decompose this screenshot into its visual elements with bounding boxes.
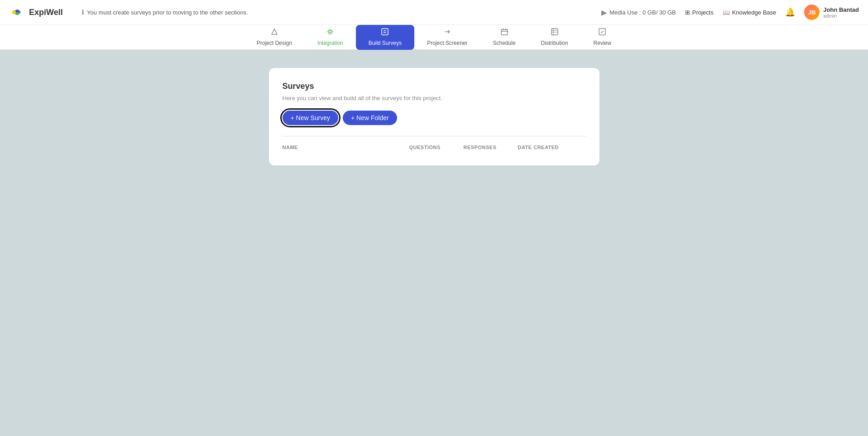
distribution-icon (550, 27, 559, 39)
svg-point-1 (12, 10, 16, 14)
info-message: You must create surveys prior to moving … (87, 9, 248, 16)
play-icon: ▶ (601, 8, 607, 17)
schedule-icon (500, 27, 509, 39)
header: ExpiWell ℹ You must create surveys prior… (0, 0, 868, 25)
media-use-label: Media Use : 0 GB/ 30 GB (609, 9, 676, 16)
tab-build-surveys[interactable]: Build Surveys (356, 25, 414, 50)
knowledge-base-label: Knowledge Base (732, 9, 777, 16)
tab-project-screener[interactable]: Project Screener (414, 25, 480, 50)
projects-link[interactable]: ⊞ Projects (685, 9, 714, 16)
header-right: ▶ Media Use : 0 GB/ 30 GB ⊞ Projects 📖 K… (601, 5, 859, 20)
tab-project-design-label: Project Design (257, 40, 292, 46)
svg-rect-10 (551, 29, 558, 35)
tab-review-label: Review (594, 40, 611, 46)
knowledge-base-link[interactable]: 📖 Knowledge Base (723, 9, 777, 16)
svg-rect-6 (501, 29, 508, 35)
surveys-card: Surveys Here you can view and build all … (269, 68, 599, 165)
card-subtitle: Here you can view and build all of the s… (283, 95, 586, 102)
tab-review[interactable]: Review (581, 25, 624, 50)
media-use: ▶ Media Use : 0 GB/ 30 GB (601, 8, 676, 17)
logo-area: ExpiWell (9, 4, 82, 20)
project-design-icon (270, 27, 279, 39)
main-content: Surveys Here you can view and build all … (0, 50, 868, 184)
info-banner: ℹ You must create surveys prior to movin… (82, 8, 601, 16)
new-folder-button[interactable]: + New Folder (343, 111, 397, 125)
user-role: admin (823, 13, 859, 19)
project-screener-icon (443, 27, 452, 39)
tab-integration-label: Integration (317, 40, 343, 46)
tab-distribution-label: Distribution (541, 40, 568, 46)
tab-project-design[interactable]: Project Design (244, 25, 305, 50)
nav-tabs: Project Design Integration Build Surveys (244, 25, 624, 50)
card-title: Surveys (283, 82, 586, 91)
svg-point-2 (329, 30, 331, 33)
user-area: JB John Bantad admin (804, 5, 859, 20)
logo-text: ExpiWell (29, 8, 63, 17)
tab-distribution[interactable]: Distribution (528, 25, 581, 50)
build-surveys-icon (380, 27, 389, 39)
svg-rect-3 (382, 29, 388, 35)
tab-schedule-label: Schedule (493, 40, 516, 46)
book-icon: 📖 (723, 9, 730, 16)
tab-build-surveys-label: Build Surveys (369, 40, 402, 46)
expiwell-logo-icon (9, 4, 25, 20)
grid-icon: ⊞ (685, 9, 690, 16)
notification-bell-icon[interactable]: 🔔 (785, 7, 795, 17)
col-responses: RESPONSES (464, 143, 518, 152)
col-date-created: DATE CREATED (518, 143, 586, 152)
tab-schedule[interactable]: Schedule (480, 25, 528, 50)
projects-label: Projects (692, 9, 714, 16)
user-info: John Bantad admin (823, 6, 859, 19)
nav-bar: Project Design Integration Build Surveys (0, 25, 868, 50)
review-icon (598, 27, 607, 39)
col-questions: QUESTIONS (409, 143, 464, 152)
user-name: John Bantad (823, 6, 859, 13)
new-survey-button[interactable]: + New Survey (283, 111, 339, 125)
avatar: JB (804, 5, 820, 20)
integration-icon (326, 27, 335, 39)
tab-project-screener-label: Project Screener (427, 40, 467, 46)
tab-integration[interactable]: Integration (305, 25, 356, 50)
info-icon: ℹ (82, 8, 84, 16)
buttons-row: + New Survey + New Folder (283, 111, 586, 125)
col-name: NAME (283, 143, 409, 152)
table-header: NAME QUESTIONS RESPONSES DATE CREATED (283, 136, 586, 152)
